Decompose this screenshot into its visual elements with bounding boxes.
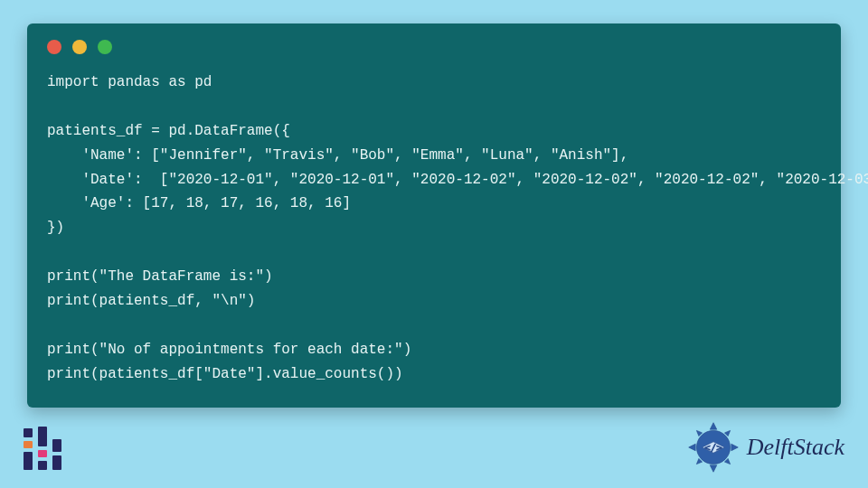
svg-marker-2 [710, 465, 716, 472]
brand-badge-icon: </> [685, 419, 741, 475]
code-block: import pandas as pd patients_df = pd.Dat… [47, 70, 821, 386]
left-logo-icon [24, 428, 65, 470]
svg-marker-1 [710, 423, 716, 429]
window-controls [47, 40, 821, 54]
minimize-icon [72, 40, 87, 54]
brand-name: DelftStack [747, 434, 844, 461]
code-window: import pandas as pd patients_df = pd.Dat… [27, 23, 841, 408]
svg-marker-4 [731, 444, 738, 450]
svg-marker-3 [688, 444, 694, 450]
maximize-icon [98, 40, 112, 54]
svg-text:</>: </> [704, 442, 722, 454]
close-icon [47, 40, 61, 54]
brand-logo: </> DelftStack [685, 419, 844, 475]
